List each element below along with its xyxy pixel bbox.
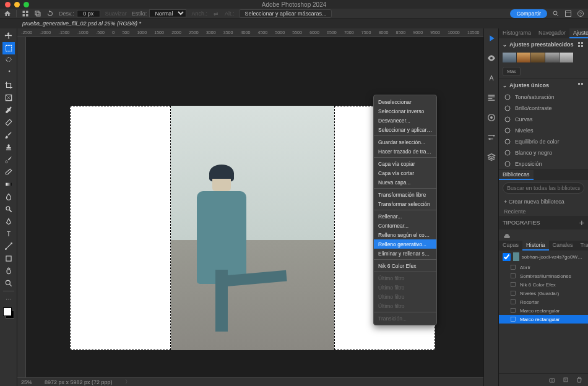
history-item[interactable]: Abrir xyxy=(499,263,588,272)
workspace-icon[interactable] xyxy=(564,10,572,17)
preset-thumb[interactable] xyxy=(531,53,545,62)
zoom-tool[interactable] xyxy=(2,277,15,290)
panel-tab-ajustes[interactable]: Ajustes xyxy=(569,28,588,38)
library-search-input[interactable] xyxy=(503,182,584,194)
edit-toolbar[interactable]: ⋯ xyxy=(2,293,15,305)
zoom-level[interactable]: 25% xyxy=(21,379,32,385)
context-menu-item[interactable]: Capa vía copiar xyxy=(374,159,436,168)
share-button[interactable]: Compartir xyxy=(510,9,547,18)
history-tab-canales[interactable]: Canales xyxy=(549,241,577,251)
unique-adjustments-header[interactable]: ⌄Ajustes únicos xyxy=(499,79,588,92)
libraries-tab[interactable]: Bibliotecas xyxy=(499,170,534,180)
history-visibility-checkbox[interactable] xyxy=(503,253,511,261)
history-item[interactable]: Niveles (Guardar) xyxy=(499,289,588,298)
document-tab[interactable]: prueba_generative_fill_02.psd al 25% (RG… xyxy=(17,20,146,27)
history-brush-tool[interactable] xyxy=(2,153,15,166)
heal-tool[interactable] xyxy=(2,116,15,129)
grid-icon[interactable] xyxy=(22,10,29,17)
history-item[interactable]: Marco rectangular xyxy=(499,306,588,315)
context-menu-item[interactable]: Seleccionar inverso xyxy=(374,106,436,116)
history-item[interactable]: Nik 6 Color Efex xyxy=(499,280,588,289)
estilo-select[interactable]: Normal xyxy=(149,9,186,17)
add-icon[interactable]: + xyxy=(579,218,584,228)
panel-tab-navegador[interactable]: Navegador xyxy=(535,28,569,38)
suavizar-checkbox[interactable]: Suavizar xyxy=(105,11,127,17)
new-icon[interactable] xyxy=(562,376,569,384)
context-menu-item[interactable]: Deseleccionar xyxy=(374,97,436,106)
trash-icon[interactable] xyxy=(576,376,583,384)
adjustment-item[interactable]: Blanco y negro xyxy=(499,147,588,158)
brush-tool[interactable] xyxy=(2,129,15,141)
history-item[interactable]: Sombras/iluminaciones xyxy=(499,272,588,280)
hand-tool[interactable] xyxy=(2,265,15,277)
new-library-button[interactable]: + Crear nueva biblioteca xyxy=(499,196,588,207)
adjustment-item[interactable]: Exposición xyxy=(499,158,588,169)
context-menu-item[interactable]: Contornear... xyxy=(374,221,436,230)
eraser-tool[interactable] xyxy=(2,166,15,178)
history-tab-capas[interactable]: Capas xyxy=(499,241,522,251)
adjustment-item[interactable]: Curvas xyxy=(499,114,588,125)
context-menu-item[interactable]: Relleno generativo... xyxy=(374,239,436,249)
more-presets-button[interactable]: Más xyxy=(503,67,521,76)
foreground-color[interactable] xyxy=(3,307,12,316)
adjustment-item[interactable]: Equilibrio de color xyxy=(499,136,588,147)
pen-tool[interactable] xyxy=(2,215,15,228)
camera-icon[interactable] xyxy=(548,376,556,384)
context-menu-item[interactable]: Capa vía cortar xyxy=(374,168,436,178)
adjustment-item[interactable]: Niveles xyxy=(499,125,588,136)
frame-tool[interactable] xyxy=(2,92,15,104)
close-window-button[interactable] xyxy=(5,2,11,7)
stamp-tool[interactable] xyxy=(2,141,15,153)
help-icon[interactable]: ? xyxy=(577,10,584,17)
context-menu-item[interactable]: Transformar selección xyxy=(374,199,436,208)
preset-thumb[interactable] xyxy=(503,53,516,62)
history-item[interactable]: Marco rectangular xyxy=(499,315,588,324)
context-menu-item[interactable]: Hacer trazado de trabajo... xyxy=(374,147,436,156)
blur-tool[interactable] xyxy=(2,191,15,203)
sliders-icon[interactable] xyxy=(486,132,496,142)
lasso-tool[interactable] xyxy=(2,54,15,67)
context-menu-item[interactable]: Rellenar... xyxy=(374,212,436,221)
history-root[interactable]: sobhan-joodi-vz4s7go0Wkg-unsplash.jpg xyxy=(499,251,588,263)
history-tab-historia[interactable]: Historia xyxy=(522,241,549,251)
adjustment-item[interactable]: Brillo/contraste xyxy=(499,103,588,114)
presets-header[interactable]: ⌄Ajustes preestablecidos xyxy=(499,38,588,51)
history-tab-trazados[interactable]: Trazados xyxy=(577,241,588,251)
context-menu-item[interactable]: Transformación libre xyxy=(374,190,436,199)
grid-view-icon[interactable] xyxy=(577,82,584,89)
play-icon[interactable] xyxy=(486,33,496,43)
context-menu-item[interactable]: Desvanecer... xyxy=(374,116,436,125)
paragraph-icon[interactable] xyxy=(486,93,496,103)
eyedropper-tool[interactable] xyxy=(2,104,15,116)
panel-tab-histograma[interactable]: Histograma xyxy=(499,28,535,38)
context-menu-item[interactable]: Guardar selección... xyxy=(374,137,436,147)
typography-folder[interactable]: TIPOGRAFIES xyxy=(503,220,540,226)
crop-tool[interactable] xyxy=(2,79,15,92)
gradient-tool[interactable] xyxy=(2,178,15,191)
context-menu-item[interactable]: Eliminar y rellenar selección xyxy=(374,249,436,258)
preset-thumb[interactable] xyxy=(517,53,530,62)
desv-input[interactable] xyxy=(77,10,100,17)
copy-icon[interactable] xyxy=(34,10,41,17)
font-icon[interactable]: A xyxy=(486,73,496,83)
minimize-window-button[interactable] xyxy=(14,2,20,7)
target-icon[interactable] xyxy=(486,113,496,122)
shape-tool[interactable] xyxy=(2,252,15,265)
dodge-tool[interactable] xyxy=(2,203,15,215)
marquee-tool[interactable] xyxy=(2,42,15,54)
grid-view-icon[interactable] xyxy=(577,41,584,48)
wand-tool[interactable] xyxy=(2,67,15,79)
path-tool[interactable] xyxy=(2,240,15,252)
context-menu-item[interactable]: Relleno según el contenido... xyxy=(374,230,436,239)
select-mask-button[interactable]: Seleccionar y aplicar máscaras... xyxy=(239,9,332,18)
context-menu-item[interactable]: Nik 6 Color Efex xyxy=(374,261,436,270)
history-item[interactable]: Recortar xyxy=(499,298,588,306)
search-icon[interactable] xyxy=(552,10,560,17)
context-menu-item[interactable]: Nueva capa... xyxy=(374,178,436,187)
context-menu-item[interactable]: Seleccionar y aplicar máscara... xyxy=(374,125,436,134)
reset-icon[interactable] xyxy=(46,10,54,17)
move-tool[interactable] xyxy=(2,30,15,42)
adjustment-item[interactable]: Tono/saturación xyxy=(499,92,588,103)
layers-icon[interactable] xyxy=(486,152,496,162)
color-swatches[interactable] xyxy=(3,307,14,319)
